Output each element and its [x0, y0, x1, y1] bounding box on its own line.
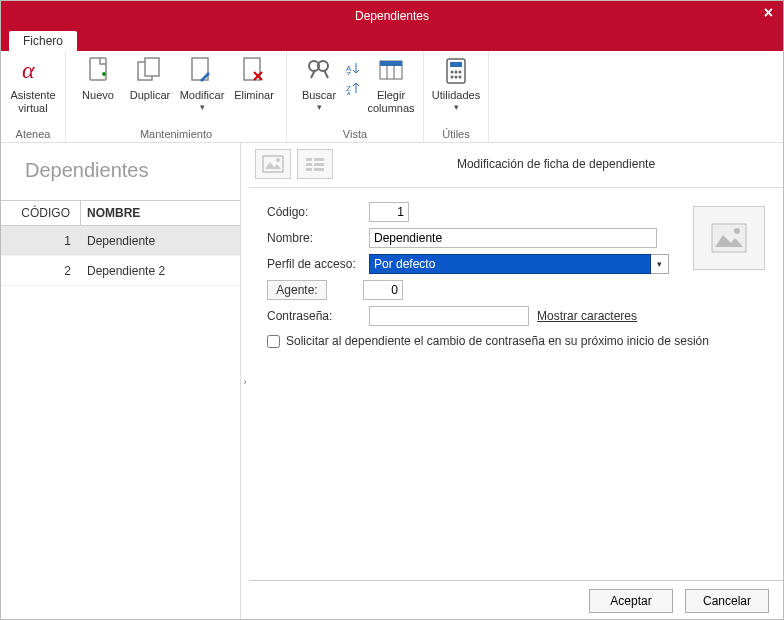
eliminar-label: Eliminar	[234, 89, 274, 102]
right-panel: Modificación de ficha de dependiente Cód…	[249, 143, 783, 620]
svg-point-29	[459, 76, 462, 79]
svg-rect-39	[712, 224, 746, 252]
calculator-icon	[440, 55, 472, 87]
group-label-vista: Vista	[343, 128, 367, 142]
utilidades-label: Utilidades	[432, 89, 480, 102]
sort-asc-button[interactable]: AZ	[345, 59, 365, 77]
row-codigo: Código:	[267, 202, 765, 222]
grid-header: CÓDIGO NOMBRE	[1, 200, 240, 226]
row-solicitar: Solicitar al dependiente el cambio de co…	[267, 334, 765, 348]
new-doc-icon	[82, 55, 114, 87]
row-nombre: Nombre:	[267, 228, 765, 248]
utilidades-button[interactable]: Utilidades ▾	[430, 53, 482, 114]
label-contrasena: Contraseña:	[267, 309, 369, 323]
svg-rect-30	[263, 156, 283, 172]
window-title: Dependientes	[355, 9, 429, 23]
svg-rect-1	[90, 58, 106, 80]
label-nombre: Nombre:	[267, 231, 369, 245]
ribbon-group-utiles: Utilidades ▾ Útiles	[424, 51, 489, 142]
nuevo-button[interactable]: Nuevo	[72, 53, 124, 104]
svg-text:α: α	[22, 57, 35, 83]
codigo-input[interactable]	[369, 202, 409, 222]
cell-nombre: Dependiente	[81, 234, 240, 248]
buscar-button[interactable]: Buscar ▾	[293, 53, 345, 114]
eliminar-button[interactable]: Eliminar	[228, 53, 280, 104]
perfil-select[interactable]: Por defecto ▾	[369, 254, 669, 274]
columns-icon	[375, 55, 407, 87]
form-body: Código: Nombre: Perfil de acceso: Por de…	[249, 188, 783, 580]
svg-text:Z: Z	[346, 70, 351, 75]
sort-stack: AZ ZA	[345, 53, 365, 97]
tab-fichero[interactable]: Fichero	[9, 31, 77, 51]
chevron-down-icon: ▾	[317, 102, 322, 112]
ribbon-tabstrip: Fichero	[1, 31, 783, 51]
chevron-right-icon: ›	[244, 377, 247, 387]
svg-point-41	[734, 228, 740, 234]
table-row[interactable]: 2 Dependiente 2	[1, 256, 240, 286]
cancelar-button[interactable]: Cancelar	[685, 589, 769, 613]
row-contrasena: Contraseña: Mostrar caracteres	[267, 306, 765, 326]
svg-rect-37	[306, 168, 312, 171]
modificar-button[interactable]: Modificar ▾	[176, 53, 228, 114]
buscar-label: Buscar	[302, 89, 336, 102]
svg-rect-34	[314, 158, 324, 161]
elegir-columnas-label: Elegir columnas	[367, 89, 414, 114]
mostrar-link[interactable]: Mostrar caracteres	[537, 309, 637, 323]
close-icon[interactable]: ×	[764, 4, 773, 22]
group-label-mant: Mantenimiento	[140, 128, 212, 142]
list-title: Dependientes	[1, 143, 240, 200]
agente-button[interactable]: Agente:	[267, 280, 327, 300]
view-form-toggle[interactable]	[297, 149, 333, 179]
col-nombre[interactable]: NOMBRE	[81, 206, 240, 220]
svg-point-27	[451, 76, 454, 79]
ribbon-group-atenea: α Asistente virtual Atenea	[1, 51, 66, 142]
svg-rect-36	[314, 163, 324, 166]
svg-text:A: A	[346, 90, 352, 95]
duplicate-icon	[134, 55, 166, 87]
label-perfil: Perfil de acceso:	[267, 257, 369, 271]
solicitar-checkbox[interactable]	[267, 335, 280, 348]
aceptar-button[interactable]: Aceptar	[589, 589, 673, 613]
view-image-toggle[interactable]	[255, 149, 291, 179]
svg-point-25	[455, 71, 458, 74]
svg-point-28	[455, 76, 458, 79]
chevron-down-icon[interactable]: ▾	[651, 254, 669, 274]
group-label-atenea: Atenea	[16, 128, 51, 142]
grid: CÓDIGO NOMBRE 1 Dependiente 2 Dependient…	[1, 200, 240, 620]
cell-codigo: 2	[1, 264, 81, 278]
ribbon-group-mantenimiento: Nuevo Duplicar Modificar ▾ Eliminar	[66, 51, 287, 142]
elegir-columnas-button[interactable]: Elegir columnas	[365, 53, 417, 116]
svg-rect-19	[380, 61, 402, 66]
edit-icon	[186, 55, 218, 87]
svg-marker-31	[265, 162, 281, 169]
sort-desc-button[interactable]: ZA	[345, 79, 365, 97]
svg-point-32	[276, 158, 280, 162]
chevron-down-icon: ▾	[454, 102, 459, 112]
form-header: Modificación de ficha de dependiente	[249, 143, 783, 188]
chevron-down-icon: ▾	[200, 102, 205, 112]
assistant-button[interactable]: α Asistente virtual	[7, 53, 59, 116]
duplicar-button[interactable]: Duplicar	[124, 53, 176, 104]
label-solicitar: Solicitar al dependiente el cambio de co…	[286, 334, 709, 348]
photo-placeholder[interactable]	[693, 206, 765, 270]
form-title: Modificación de ficha de dependiente	[339, 157, 773, 171]
left-panel: Dependientes CÓDIGO NOMBRE 1 Dependiente…	[1, 143, 241, 620]
contrasena-input[interactable]	[369, 306, 529, 326]
agente-input[interactable]	[363, 280, 403, 300]
row-perfil: Perfil de acceso: Por defecto ▾	[267, 254, 765, 274]
table-row[interactable]: 1 Dependiente	[1, 226, 240, 256]
svg-rect-33	[306, 158, 312, 161]
svg-rect-38	[314, 168, 324, 171]
modificar-label: Modificar	[180, 89, 225, 102]
col-codigo[interactable]: CÓDIGO	[1, 201, 81, 225]
svg-rect-23	[450, 62, 462, 67]
assistant-icon: α	[17, 55, 49, 87]
svg-line-13	[324, 70, 328, 78]
svg-rect-35	[306, 163, 312, 166]
splitter[interactable]: ›	[241, 143, 249, 620]
assistant-label: Asistente virtual	[10, 89, 55, 114]
group-label-utiles: Útiles	[442, 128, 470, 142]
nombre-input[interactable]	[369, 228, 657, 248]
ribbon: α Asistente virtual Atenea Nuevo Duplica…	[1, 51, 783, 143]
cell-nombre: Dependiente 2	[81, 264, 240, 278]
